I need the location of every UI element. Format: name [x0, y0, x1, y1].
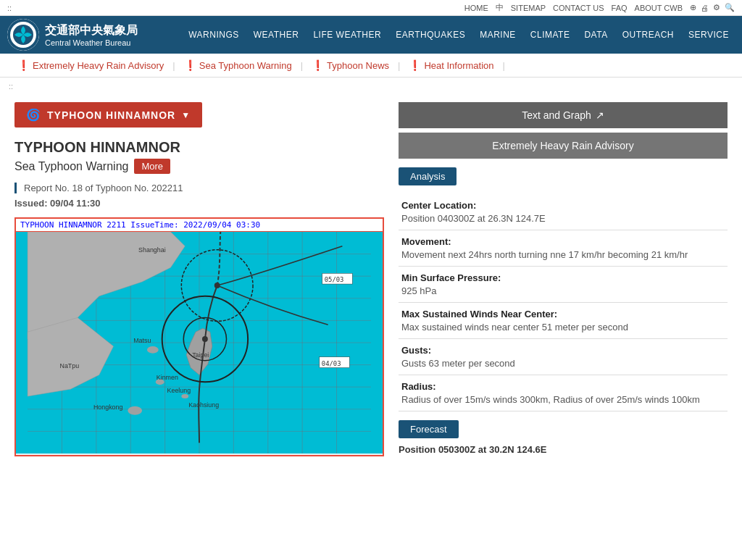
left-panel: 🌀 TYPHOON HINNAMNOR ▼ TYPHOON HINNAMNOR …	[14, 102, 384, 456]
table-row-radius: Radius: Radius of over 15m/s winds 300km…	[399, 375, 728, 411]
svg-text:04/03: 04/03	[322, 360, 341, 367]
logo-en: Central Weather Bureau	[45, 38, 138, 47]
sitemap-link[interactable]: SITEMAP	[511, 4, 546, 12]
print-icon[interactable]: 🖨	[701, 4, 709, 12]
forecast-position: Position 050300Z at 30.2N 124.6E	[399, 444, 728, 455]
warning-bar: ❗ Extremely Heavy Rain Advisory | ❗ Sea …	[0, 54, 742, 78]
typhoon-title: TYPHOON HINNAMNOR	[14, 139, 384, 156]
table-row-center-location: Center Location: Position 040300Z at 26.…	[399, 194, 728, 230]
movement-label: Movement:	[401, 236, 725, 247]
nav-weather[interactable]: WEATHER	[248, 27, 305, 43]
map-svg: Matsu Kinmen Keelung Taipei Kaohsiung Ho…	[16, 232, 383, 454]
sea-warning-label: Sea Typhoon Warning	[14, 160, 128, 173]
center-location-value: Position 040300Z at 26.3N 124.7E	[401, 211, 725, 224]
movement-value: Movement next 24hrs north turning nne 17…	[401, 247, 725, 260]
breadcrumb: ::	[0, 78, 742, 95]
radius-value: Radius of over 15m/s winds 300km, Radius…	[401, 392, 725, 405]
report-line: Report No. 18 of Typhoon No. 202211	[14, 183, 384, 193]
warning-heavy-rain[interactable]: ❗ Extremely Heavy Rain Advisory	[9, 59, 172, 71]
svg-text:Matsu: Matsu	[133, 337, 151, 344]
logo-text: 交通部中央氣象局 Central Weather Bureau	[45, 23, 138, 47]
warning-label-2[interactable]: Sea Typhoon Warning	[199, 60, 292, 71]
svg-text:Shanghai: Shanghai	[138, 246, 166, 254]
breadcrumb-dots: ::	[9, 82, 13, 91]
cyclone-icon: 🌀	[26, 108, 41, 122]
top-bar-dots: ::	[7, 4, 12, 12]
nav-earthquakes[interactable]: EARTHQUAKES	[390, 27, 471, 43]
header: 交通部中央氣象局 Central Weather Bureau WARNINGS…	[0, 16, 742, 54]
issued-line: Issued: 09/04 11:30	[14, 198, 384, 209]
map-body: Matsu Kinmen Keelung Taipei Kaohsiung Ho…	[16, 232, 383, 454]
search-icon[interactable]: 🔍	[725, 3, 735, 12]
analysis-label: Analysis	[410, 171, 445, 182]
svg-point-32	[202, 336, 208, 342]
forecast-label: Forecast	[410, 424, 447, 435]
main-nav: WARNINGS WEATHER LIFE WEATHER EARTHQUAKE…	[183, 27, 735, 43]
nav-marine[interactable]: MARINE	[474, 27, 522, 43]
lang-zh-link[interactable]: 中	[496, 2, 504, 13]
table-row-min-pressure: Min Surface Pressure: 925 hPa	[399, 267, 728, 303]
min-pressure-value: 925 hPa	[401, 283, 725, 296]
warning-label-1[interactable]: Extremely Heavy Rain Advisory	[33, 60, 164, 71]
typhoon-btn-label: TYPHOON HINNAMNOR	[47, 109, 175, 121]
gusts-value: Gusts 63 meter per second	[401, 356, 725, 369]
table-row-max-winds: Max Sustained Winds Near Center: Max sus…	[399, 303, 728, 339]
analysis-button[interactable]: Analysis	[399, 167, 457, 185]
top-bar-icons: ⊕ 🖨 ⚙ 🔍	[690, 3, 735, 12]
faq-link[interactable]: FAQ	[612, 4, 628, 12]
settings-icon[interactable]: ⚙	[713, 3, 720, 12]
warning-icon-1: ❗	[17, 59, 30, 71]
svg-text:NaTpu: NaTpu	[60, 362, 80, 369]
svg-text:Hongkong: Hongkong	[93, 404, 123, 411]
nav-service[interactable]: SERVICE	[683, 27, 735, 43]
warning-label-3[interactable]: Typhoon News	[327, 60, 389, 71]
max-winds-value: Max sustained winds near center 51 meter…	[401, 319, 725, 333]
heavy-rain-button[interactable]: Extremely Heavy Rain Advisory	[399, 133, 728, 159]
warning-label-4[interactable]: Heat Information	[424, 60, 493, 71]
forecast-button[interactable]: Forecast	[399, 420, 459, 438]
table-row-gusts: Gusts: Gusts 63 meter per second	[399, 339, 728, 375]
heavy-rain-label: Extremely Heavy Rain Advisory	[492, 140, 633, 151]
warning-sea-typhoon[interactable]: ❗ Sea Typhoon Warning	[175, 59, 301, 71]
more-button[interactable]: More	[134, 159, 170, 174]
about-link[interactable]: ABOUT CWB	[635, 4, 683, 12]
home-link[interactable]: HOME	[464, 4, 488, 12]
warning-icon-3: ❗	[312, 59, 324, 71]
right-panel: Text and Graph ↗ Extremely Heavy Rain Ad…	[399, 102, 728, 456]
warning-heat[interactable]: ❗ Heat Information	[400, 59, 502, 71]
top-bar-links: HOME 中 SITEMAP CONTACT US FAQ ABOUT CWB …	[464, 2, 735, 13]
top-utility-bar: :: HOME 中 SITEMAP CONTACT US FAQ ABOUT C…	[0, 0, 742, 16]
nav-data[interactable]: DATA	[578, 27, 613, 43]
nav-warnings[interactable]: WARNINGS	[183, 27, 245, 43]
radius-label: Radius:	[401, 381, 725, 392]
dropdown-arrow-icon: ▼	[181, 110, 191, 120]
sea-warning-row: Sea Typhoon Warning More	[14, 159, 384, 174]
analysis-table: Center Location: Position 040300Z at 26.…	[399, 194, 728, 411]
svg-point-28	[128, 406, 142, 415]
text-graph-label: Text and Graph	[522, 109, 591, 121]
nav-life-weather[interactable]: LIFE WEATHER	[307, 27, 387, 43]
svg-text:Kaohsiung: Kaohsiung	[188, 401, 219, 409]
nav-climate[interactable]: CLIMATE	[525, 27, 576, 43]
table-row-movement: Movement: Movement next 24hrs north turn…	[399, 230, 728, 267]
report-text: Report No. 18 of Typhoon No. 202211	[24, 183, 183, 193]
typhoon-dropdown-button[interactable]: 🌀 TYPHOON HINNAMNOR ▼	[14, 102, 202, 128]
warning-typhoon-news[interactable]: ❗ Typhoon News	[303, 59, 398, 71]
main-content: 🌀 TYPHOON HINNAMNOR ▼ TYPHOON HINNAMNOR …	[0, 95, 742, 464]
separator-4: |	[503, 60, 505, 71]
svg-text:05/03: 05/03	[325, 276, 344, 283]
max-winds-label: Max Sustained Winds Near Center:	[401, 309, 725, 319]
map-header: TYPHOON HINNAMNOR 2211 IssueTime: 2022/0…	[16, 219, 383, 232]
svg-point-27	[181, 394, 188, 398]
logo-cn: 交通部中央氣象局	[45, 23, 138, 38]
nav-outreach[interactable]: OUTREACH	[617, 27, 680, 43]
logo-area: 交通部中央氣象局 Central Weather Bureau	[7, 19, 138, 51]
svg-text:Taipei: Taipei	[192, 351, 209, 359]
gusts-label: Gusts:	[401, 345, 725, 356]
text-graph-button[interactable]: Text and Graph ↗	[399, 102, 728, 128]
contact-link[interactable]: CONTACT US	[553, 4, 604, 12]
warning-icon-4: ❗	[409, 59, 421, 71]
svg-text:Kinmen: Kinmen	[157, 374, 178, 381]
share-icon[interactable]: ⊕	[690, 3, 696, 12]
svg-point-25	[147, 346, 159, 354]
